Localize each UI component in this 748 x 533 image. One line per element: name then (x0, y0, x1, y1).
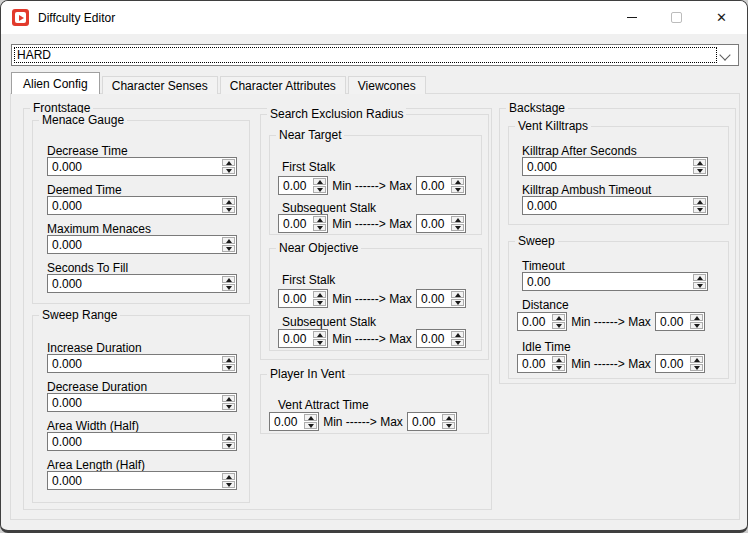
maximum-menaces-spinner[interactable]: 0.000 (47, 235, 237, 254)
spinner-value[interactable]: 0.00 (279, 179, 312, 193)
deemed-time-spinner[interactable]: 0.000 (47, 196, 237, 215)
spin-down-button[interactable] (222, 442, 235, 449)
spinner-value[interactable]: 0.000 (48, 474, 221, 488)
difficulty-preset-dropdown[interactable]: HARD (11, 44, 739, 66)
near-target-subsequent-stalk-max-spinner[interactable]: 0.00 (416, 214, 466, 233)
spinner-value[interactable]: 0.00 (279, 292, 312, 306)
spinner-value[interactable]: 0.00 (279, 217, 312, 231)
tab-character-senses[interactable]: Character Senses (102, 76, 218, 94)
killtrap-after-seconds-spinner[interactable]: 0.000 (522, 157, 708, 176)
spin-up-button[interactable] (222, 198, 235, 205)
spin-down-button[interactable] (693, 167, 706, 174)
spin-down-button[interactable] (451, 224, 464, 231)
near-objective-subsequent-stalk-min-spinner[interactable]: 0.00 (278, 329, 328, 348)
spin-up-button[interactable] (451, 291, 464, 298)
spin-up-button[interactable] (313, 331, 326, 338)
close-button[interactable]: ✕ (699, 1, 744, 34)
spin-down-button[interactable] (222, 206, 235, 213)
spin-up-button[interactable] (442, 414, 455, 421)
spinner-value[interactable]: 0.00 (417, 217, 450, 231)
spin-down-button[interactable] (313, 186, 326, 193)
increase-duration-spinner[interactable]: 0.000 (47, 354, 237, 373)
spinner-value[interactable]: 0.000 (48, 199, 221, 213)
spinner-value[interactable]: 0.00 (279, 332, 312, 346)
spin-up-button[interactable] (552, 356, 565, 363)
spinner-value[interactable]: 0.000 (48, 396, 221, 410)
near-target-first-stalk-min-spinner[interactable]: 0.00 (278, 176, 328, 195)
spin-up-button[interactable] (222, 276, 235, 283)
near-target-first-stalk-max-spinner[interactable]: 0.00 (416, 176, 466, 195)
spin-down-button[interactable] (313, 299, 326, 306)
spin-down-button[interactable] (693, 206, 706, 213)
spinner-value[interactable]: 0.00 (523, 275, 692, 289)
decrease-time-spinner[interactable]: 0.000 (47, 157, 237, 176)
spin-down-button[interactable] (451, 339, 464, 346)
tab-character-attributes[interactable]: Character Attributes (220, 76, 346, 94)
spin-down-button[interactable] (222, 284, 235, 291)
spin-up-button[interactable] (690, 314, 703, 321)
spin-up-button[interactable] (222, 159, 235, 166)
spinner-value[interactable]: 0.000 (48, 160, 221, 174)
tab-viewcones[interactable]: Viewcones (348, 76, 426, 94)
spin-down-button[interactable] (552, 322, 565, 329)
spin-down-button[interactable] (690, 322, 703, 329)
spinner-value[interactable]: 0.000 (48, 238, 221, 252)
spin-down-button[interactable] (222, 245, 235, 252)
spin-down-button[interactable] (442, 422, 455, 429)
spin-down-button[interactable] (451, 186, 464, 193)
spin-down-button[interactable] (222, 167, 235, 174)
spinner-value[interactable]: 0.000 (48, 277, 221, 291)
spin-up-button[interactable] (693, 274, 706, 281)
sweep-idle-time-min-spinner[interactable]: 0.00 (517, 354, 567, 373)
spin-up-button[interactable] (304, 414, 317, 421)
sweep-idle-time-max-spinner[interactable]: 0.00 (655, 354, 705, 373)
sweep-distance-max-spinner[interactable]: 0.00 (655, 312, 705, 331)
spinner-value[interactable]: 0.00 (656, 315, 689, 329)
spin-down-button[interactable] (313, 224, 326, 231)
maximize-button[interactable] (654, 1, 699, 34)
tab-alien-config[interactable]: Alien Config (11, 72, 100, 94)
spin-down-button[interactable] (451, 299, 464, 306)
spinner-value[interactable]: 0.00 (408, 415, 441, 429)
spin-up-button[interactable] (313, 178, 326, 185)
spinner-value[interactable]: 0.00 (417, 332, 450, 346)
spin-up-button[interactable] (451, 178, 464, 185)
area-length-half-spinner[interactable]: 0.000 (47, 471, 237, 490)
spin-down-button[interactable] (690, 364, 703, 371)
spinner-value[interactable]: 0.000 (48, 357, 221, 371)
spin-up-button[interactable] (690, 356, 703, 363)
spin-up-button[interactable] (693, 198, 706, 205)
decrease-duration-spinner[interactable]: 0.000 (47, 393, 237, 412)
spin-down-button[interactable] (693, 282, 706, 289)
area-width-half-spinner[interactable]: 0.000 (47, 432, 237, 451)
spin-up-button[interactable] (222, 395, 235, 402)
spin-down-button[interactable] (552, 364, 565, 371)
spin-up-button[interactable] (222, 473, 235, 480)
spin-down-button[interactable] (304, 422, 317, 429)
seconds-to-fill-spinner[interactable]: 0.000 (47, 274, 237, 293)
spin-up-button[interactable] (451, 331, 464, 338)
spin-up-button[interactable] (222, 237, 235, 244)
spin-down-button[interactable] (222, 481, 235, 488)
spinner-value[interactable]: 0.00 (417, 292, 450, 306)
spin-up-button[interactable] (451, 216, 464, 223)
spinner-value[interactable]: 0.00 (518, 357, 551, 371)
sweep-distance-min-spinner[interactable]: 0.00 (517, 312, 567, 331)
spin-up-button[interactable] (222, 356, 235, 363)
vent-attract-time-max-spinner[interactable]: 0.00 (407, 412, 457, 431)
near-objective-first-stalk-min-spinner[interactable]: 0.00 (278, 289, 328, 308)
spinner-value[interactable]: 0.000 (523, 199, 692, 213)
spin-down-button[interactable] (222, 364, 235, 371)
spin-up-button[interactable] (313, 291, 326, 298)
spin-down-button[interactable] (313, 339, 326, 346)
spin-up-button[interactable] (693, 159, 706, 166)
killtrap-ambush-timeout-spinner[interactable]: 0.000 (522, 196, 708, 215)
near-target-subsequent-stalk-min-spinner[interactable]: 0.00 (278, 214, 328, 233)
spin-up-button[interactable] (222, 434, 235, 441)
spinner-value[interactable]: 0.000 (523, 160, 692, 174)
vent-attract-time-min-spinner[interactable]: 0.00 (269, 412, 319, 431)
minimize-button[interactable] (609, 1, 654, 34)
sweep-timeout-spinner[interactable]: 0.00 (522, 272, 708, 291)
spinner-value[interactable]: 0.000 (48, 435, 221, 449)
spin-up-button[interactable] (313, 216, 326, 223)
